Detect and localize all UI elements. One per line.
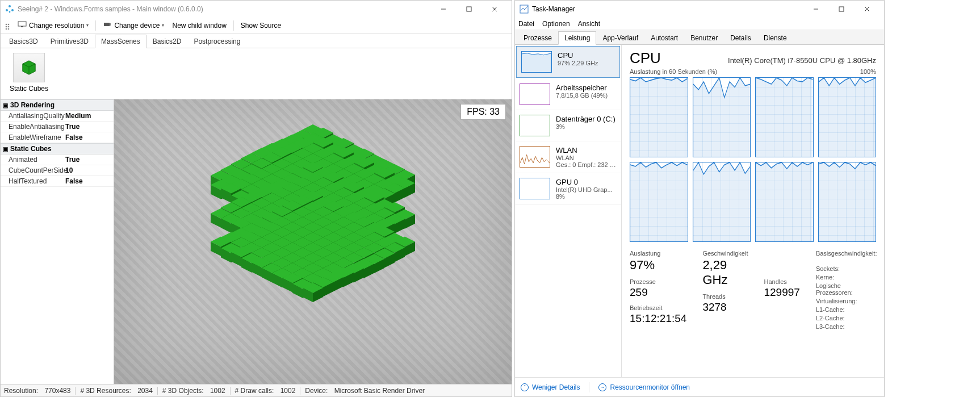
tm-tab-details[interactable]: Details	[724, 31, 757, 44]
prop-category-static-cubes[interactable]: ▣Static Cubes	[1, 143, 114, 154]
monitor-icon	[18, 21, 27, 30]
tm-main: CPU Intel(R) Core(TM) i7-8550U CPU @ 1.8…	[622, 45, 884, 377]
svg-marker-1232	[819, 162, 876, 241]
cpu-heading: CPU	[630, 49, 661, 67]
cpu-stats: Auslastung97% Prozesse259 Betriebszeit15…	[630, 250, 876, 330]
prop-row[interactable]: EnableWireframeFalse	[1, 132, 114, 143]
svg-marker-1229	[630, 162, 688, 241]
prop-category-rendering[interactable]: ▣3D Rendering	[1, 99, 114, 111]
svg-point-8	[6, 23, 7, 25]
tab-basics2d[interactable]: Basics2D	[146, 35, 188, 48]
tm-title: Task-Manager	[532, 5, 575, 13]
cpu-chart	[755, 77, 814, 157]
status-bar: Resolution: 770x483 # 3D Resources: 2034…	[1, 384, 512, 396]
chart-max: 100%	[860, 68, 876, 75]
show-source-button[interactable]: Show Source	[237, 20, 284, 31]
tm-close-button[interactable]	[854, 1, 880, 17]
tm-tab-dienste[interactable]: Dienste	[757, 31, 793, 44]
cpu-chart	[693, 77, 751, 157]
svg-rect-17	[110, 23, 111, 26]
menu-optionen[interactable]: Optionen	[542, 20, 570, 28]
cube-mesh	[188, 112, 438, 362]
prop-row[interactable]: EnableAntialiasingTrue	[1, 122, 114, 132]
render-viewport[interactable]: FPS: 33	[114, 99, 512, 384]
tm-side-arbeitsspeicher[interactable]: Arbeitsspeicher7,8/15,8 GB (49%)	[515, 79, 621, 110]
tab-basics3d[interactable]: Basics3D	[3, 35, 44, 48]
svg-point-13	[8, 28, 10, 30]
cpu-detail-table: Basisgeschwindigkeit:1,99 GHzSockets:1Ke…	[816, 250, 884, 330]
cpu-charts-grid	[630, 77, 876, 242]
menu-ansicht[interactable]: Ansicht	[578, 20, 600, 28]
new-child-window-button[interactable]: New child window	[169, 20, 229, 31]
prop-row[interactable]: AnimatedTrue	[1, 154, 114, 165]
chart-subtitle: Auslastung in 60 Sekunden (%)	[630, 68, 717, 75]
cpu-chart	[818, 77, 877, 157]
cpu-chart	[630, 77, 688, 157]
menu-datei[interactable]: Datei	[518, 20, 534, 28]
tm-side-gpu-0[interactable]: GPU 0Intel(R) UHD Grap...8%	[515, 173, 621, 205]
tm-tab-prozesse[interactable]: Prozesse	[517, 31, 558, 44]
cpu-chart	[818, 162, 877, 242]
thumb-label: Static Cubes	[6, 85, 52, 93]
svg-point-9	[6, 26, 7, 27]
svg-point-10	[6, 28, 7, 30]
property-grid[interactable]: ▣3D Rendering AntialiasingQualityMediumE…	[1, 99, 114, 384]
tm-tab-app-verlauf[interactable]: App-Verlauf	[596, 31, 644, 44]
close-button[interactable]	[481, 1, 507, 17]
titlebar: Seeing# 2 - Windows.Forms samples - Main…	[1, 1, 512, 18]
prop-row[interactable]: HalfTexturedFalse	[1, 176, 114, 187]
grip-icon	[4, 22, 13, 29]
activity-icon: ~	[598, 383, 606, 391]
tm-tab-leistung[interactable]: Leistung	[558, 31, 596, 45]
chevron-up-icon: ˄	[521, 383, 529, 391]
svg-point-0	[9, 5, 11, 7]
tm-tab-autostart[interactable]: Autostart	[644, 31, 684, 44]
change-resolution-button[interactable]: Change resolution▾	[14, 20, 92, 31]
maximize-button[interactable]	[456, 1, 481, 17]
svg-marker-1226	[693, 78, 751, 157]
svg-marker-1231	[756, 162, 813, 241]
svg-rect-14	[18, 22, 26, 26]
svg-rect-1222	[839, 7, 844, 11]
tab-massscenes[interactable]: MassScenes	[95, 35, 146, 48]
tm-side-datentr-ger-0-c-[interactable]: Datenträger 0 (C:)3%	[515, 110, 621, 141]
svg-point-12	[8, 26, 10, 27]
svg-marker-1225	[630, 78, 688, 157]
resource-monitor-link[interactable]: ~Ressourcenmonitor öffnen	[598, 383, 690, 391]
collapse-icon: ▣	[3, 102, 8, 108]
svg-point-2	[11, 9, 14, 11]
minimize-button[interactable]	[430, 1, 456, 17]
change-device-button[interactable]: Change device▾	[99, 20, 167, 31]
svg-rect-16	[104, 23, 110, 26]
app-logo-icon	[5, 5, 14, 14]
svg-point-3	[9, 11, 11, 13]
cpu-chart	[755, 162, 814, 242]
sample-thumbnails: Static Cubes	[1, 48, 512, 99]
sample-thumb-static-cubes[interactable]: Static Cubes	[6, 53, 52, 93]
prop-row[interactable]: AntialiasingQualityMedium	[1, 111, 114, 122]
window-title: Seeing# 2 - Windows.Forms samples - Main…	[18, 5, 430, 13]
svg-point-1	[6, 9, 8, 11]
cpu-chart	[693, 162, 751, 242]
thumb-preview	[13, 53, 45, 82]
fps-overlay: FPS: 33	[460, 104, 506, 120]
tm-titlebar: Task-Manager	[515, 1, 884, 18]
tm-menubar: DateiOptionenAnsicht	[515, 18, 884, 30]
gpu-icon	[103, 21, 112, 30]
fewer-details-link[interactable]: ˄Weniger Details	[521, 383, 580, 391]
tm-tab-benutzer[interactable]: Benutzer	[684, 31, 724, 44]
collapse-icon: ▣	[3, 146, 8, 152]
tm-side-wlan[interactable]: WLANWLANGes.: 0 Empf.: 232 KBit/s	[515, 141, 621, 173]
tab-primitives3d[interactable]: Primitives3D	[44, 35, 95, 48]
svg-marker-1230	[693, 162, 751, 241]
tab-postprocessing[interactable]: Postprocessing	[187, 35, 246, 48]
cpu-chart	[630, 162, 688, 242]
tm-minimize-button[interactable]	[803, 1, 828, 17]
sample-tabs: Basics3DPrimitives3DMassScenesBasics2DPo…	[1, 34, 512, 48]
svg-marker-1228	[819, 78, 876, 157]
prop-row[interactable]: CubeCountPerSide10	[1, 165, 114, 176]
svg-marker-1227	[756, 78, 813, 157]
task-manager-icon	[520, 5, 529, 14]
tm-maximize-button[interactable]	[828, 1, 854, 17]
tm-side-cpu[interactable]: CPU97% 2,29 GHz	[516, 46, 620, 78]
